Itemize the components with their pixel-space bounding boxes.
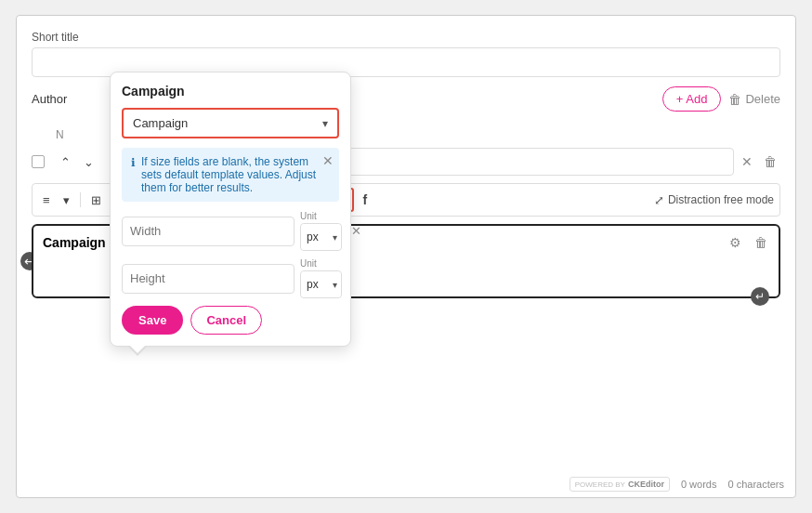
info-text: If size fields are blank, the system set… xyxy=(141,155,330,194)
height-unit-select-wrapper: pxem% ▾ xyxy=(300,270,342,298)
enter-icon-bottom: ↵ xyxy=(751,287,769,306)
info-box: ℹ If size fields are blank, the system s… xyxy=(122,148,339,202)
height-input[interactable] xyxy=(122,264,295,294)
height-row: Unit pxem% ▾ xyxy=(122,258,339,298)
add-delete-row: + Add 🗑 Delete xyxy=(662,86,780,112)
popup-title: Campaign xyxy=(122,84,339,99)
author-row: Author xyxy=(32,92,78,106)
width-row: Unit pxem% ▾ ✕ xyxy=(122,211,339,251)
campaign-block-title: Campaign xyxy=(43,235,106,250)
delete-button[interactable]: 🗑 Delete xyxy=(728,92,780,107)
char-count: 0 characters xyxy=(727,479,784,490)
row-down-button[interactable]: ⌄ xyxy=(79,152,98,172)
facebook-button[interactable]: f xyxy=(358,190,372,210)
campaign-block-icons: ⚙ 🗑 xyxy=(726,233,771,252)
row-up-button[interactable]: ⌃ xyxy=(56,152,75,172)
trash-icon: 🗑 xyxy=(728,92,741,107)
row-checkbox[interactable] xyxy=(32,155,45,168)
ckeditor-brand: POWERED BY CKEditor xyxy=(570,477,670,492)
campaign-popup: Campaign Campaign Option 2 Option 3 ▾ ℹ … xyxy=(110,72,351,356)
expand-icon: ⤢ xyxy=(654,193,664,207)
editor-container: Short title Author + Add 🗑 Delete N ⌃ ⌄ … xyxy=(16,15,796,498)
width-unit-select[interactable]: pxem% xyxy=(301,224,341,250)
popup-actions: Save Cancel xyxy=(122,306,339,335)
campaign-settings-button[interactable]: ⚙ xyxy=(726,233,745,252)
campaign-select[interactable]: Campaign Option 2 Option 3 xyxy=(124,110,337,137)
width-unit-group: Unit pxem% ▾ xyxy=(300,211,342,251)
table-button[interactable]: ⊞ xyxy=(86,191,106,210)
height-unit-label: Unit xyxy=(300,258,342,269)
save-button[interactable]: Save xyxy=(122,306,183,335)
word-count: 0 words xyxy=(681,479,717,490)
width-input[interactable] xyxy=(122,217,295,246)
info-icon: ℹ xyxy=(131,156,136,169)
distraction-free-button[interactable]: ⤢ Distraction free mode xyxy=(654,193,774,207)
width-clear-button[interactable]: ✕ xyxy=(347,222,365,240)
short-title-label: Short title xyxy=(32,31,780,44)
align-button[interactable]: ≡ xyxy=(38,191,55,210)
align-dropdown-button[interactable]: ▾ xyxy=(59,191,74,210)
info-close-button[interactable]: ✕ xyxy=(322,153,334,168)
campaign-delete-button[interactable]: 🗑 xyxy=(751,233,771,252)
popup-tail xyxy=(128,347,147,356)
width-unit-select-wrapper: pxem% ▾ xyxy=(300,223,342,251)
delete-row-button[interactable]: 🗑 xyxy=(760,152,780,171)
ckeditor-footer: POWERED BY CKEditor 0 words 0 characters xyxy=(570,477,784,492)
author-label: Author xyxy=(32,92,78,106)
short-title-group: Short title xyxy=(32,31,780,77)
height-unit-select[interactable]: pxem% xyxy=(301,271,341,297)
popup-container: Campaign Campaign Option 2 Option 3 ▾ ℹ … xyxy=(110,72,351,347)
height-unit-group: Unit pxem% ▾ xyxy=(300,258,342,298)
width-unit-label: Unit xyxy=(300,211,342,221)
clear-email-button[interactable]: ✕ xyxy=(738,152,756,171)
add-button[interactable]: + Add xyxy=(662,86,722,112)
toolbar-sep-1 xyxy=(80,192,81,207)
popup-select-wrapper: Campaign Option 2 Option 3 ▾ xyxy=(122,108,339,138)
cancel-button[interactable]: Cancel xyxy=(190,306,262,335)
